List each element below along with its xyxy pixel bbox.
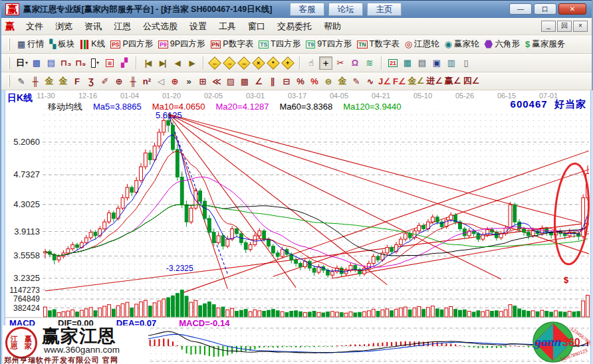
gann-wheel-button[interactable]: ◎江恩轮 — [403, 37, 441, 51]
prev-bar-button[interactable]: ◀ — [170, 56, 183, 70]
menu-window[interactable]: 窗口 — [242, 19, 271, 35]
gann-arrow-left-button[interactable]: ← — [208, 56, 221, 70]
nine-p-square-button[interactable]: P99P四方形 — [156, 37, 207, 51]
svg-text:382424: 382424 — [13, 304, 40, 313]
winner-wheel-button[interactable]: ◉赢家轮 — [443, 37, 481, 51]
gann-arrow-right-button[interactable]: → — [223, 56, 236, 70]
menu-gann[interactable]: 江恩 — [108, 19, 137, 35]
percent-tool-button[interactable]: % — [294, 74, 307, 88]
nine-line-chart-button[interactable]: ⊓₉ — [74, 56, 87, 70]
calendar-button[interactable]: 21 — [386, 56, 400, 70]
gold-circle-tool-button[interactable]: ⊜ — [322, 74, 335, 88]
menu-news[interactable]: 资讯 — [78, 19, 108, 35]
hand-tool-button[interactable]: ☝ — [304, 56, 318, 70]
three-line-chart-button[interactable]: ⊓₃ — [59, 56, 72, 70]
menu-trade[interactable]: 交易委托 — [271, 19, 318, 35]
gold-section-tool-button[interactable]: 金 — [336, 74, 349, 88]
next-bar-button[interactable]: ▶ — [185, 56, 198, 70]
homepage-button[interactable]: 主页 — [367, 3, 402, 16]
system-button[interactable]: ▯ — [459, 56, 473, 70]
menu-tools[interactable]: 工具 — [213, 19, 242, 35]
gann-plus-button[interactable]: + — [281, 56, 295, 70]
kline-button[interactable]: K线 — [78, 37, 107, 51]
menu-browse[interactable]: 浏览 — [49, 19, 78, 35]
spiral-tool-button[interactable]: Ʒ — [84, 74, 98, 88]
marker-tool-button[interactable]: ✐ — [98, 74, 112, 88]
chip-peak-button[interactable]: ≋ — [103, 56, 116, 70]
period-tab-label[interactable]: 日K线 — [7, 92, 33, 104]
t-square-button[interactable]: TST四方形 — [257, 37, 302, 51]
sectors-button[interactable]: ▚板块 — [47, 37, 76, 51]
gold-grid2-tool-button[interactable]: 金 — [57, 74, 70, 88]
customer-service-button[interactable]: 客服 — [290, 3, 324, 16]
j-line-tool-button[interactable]: J∠ — [378, 74, 392, 88]
n-square-tool-button[interactable]: n² — [140, 74, 154, 88]
forum-button[interactable]: 论坛 — [328, 3, 363, 16]
pen-tool-button[interactable]: ✎ — [15, 74, 28, 88]
info-panel-button[interactable]: ▤ — [45, 56, 58, 70]
notebook-button[interactable]: ▤ — [415, 56, 429, 70]
close-button[interactable]: ✕ — [558, 3, 586, 15]
more-tools-button[interactable]: » — [182, 74, 195, 88]
wave-tool-button[interactable]: ≋ — [363, 56, 376, 70]
ma20-value: Ma20=4.1287 — [216, 102, 269, 112]
t-square-button-icon: TS — [259, 41, 269, 48]
time-grid-tool-button[interactable]: ╫ — [126, 74, 140, 88]
svg-text:3.2325: 3.2325 — [13, 273, 40, 283]
fan-lines-tool-button[interactable]: ≪ — [210, 74, 223, 88]
target-tool-button[interactable]: ⊕ — [168, 74, 181, 88]
gann-grid-tool-button[interactable]: ▩ — [238, 74, 251, 88]
mdi-restore-button[interactable]: 回 — [557, 21, 572, 32]
minimize-button[interactable]: — — [509, 3, 532, 15]
advance-line-tool-button[interactable]: 进∠ — [425, 74, 443, 88]
last-bar-button[interactable]: ▶| — [156, 56, 169, 70]
menu-formula-stockpick[interactable]: 公式选股 — [137, 19, 183, 35]
menu-help[interactable]: 帮助 — [318, 19, 347, 35]
f-line-tool-button[interactable]: F∠ — [392, 74, 407, 88]
grid-tool-button[interactable]: ╫ — [29, 74, 42, 88]
t-number-table-button[interactable]: TNT数字表 — [355, 37, 401, 51]
first-bar-button[interactable]: |◀ — [141, 56, 154, 70]
gann-shape-tool-button[interactable]: Ω — [348, 56, 362, 70]
period-day-button[interactable]: 日▾ — [15, 56, 29, 70]
gann-circle-tool-button[interactable]: ⊕ — [112, 74, 126, 88]
parallel-line-tool-button[interactable]: ∥ — [266, 74, 279, 88]
menu-settings[interactable]: 设置 — [183, 19, 213, 35]
gann-cross-button[interactable]: × — [252, 56, 265, 70]
hexagon-button[interactable]: 六角形 — [482, 37, 522, 51]
chip-distribution-button[interactable]: ▩ — [30, 56, 43, 70]
p-square-button[interactable]: PSP四方形 — [108, 37, 155, 51]
app-logo-icon: 赢 — [5, 3, 19, 15]
menu-file[interactable]: 文件 — [20, 19, 49, 35]
winner-service-button[interactable]: $赢家服务 — [523, 37, 567, 51]
angle-line-tool-button[interactable]: ∠ — [252, 74, 265, 88]
fibonacci-tool-button[interactable]: F — [70, 74, 84, 88]
maximize-button[interactable]: 口 — [534, 3, 556, 15]
four-line-tool-button[interactable]: 四∠ — [462, 74, 480, 88]
gold-line-tool-button[interactable]: 金∠ — [408, 74, 425, 88]
p-number-table-button[interactable]: PNP数字表 — [209, 37, 256, 51]
quotes-button[interactable]: ▦行情 — [15, 37, 46, 51]
gann-star-button[interactable]: * — [267, 56, 280, 70]
matrix-button[interactable]: ▦ — [401, 56, 414, 70]
percent-line-tool-button[interactable]: % — [308, 74, 321, 88]
box-grid-tool-button[interactable]: ⊞ — [196, 74, 209, 88]
mirror-tool-button[interactable]: ◁ — [154, 74, 168, 88]
gann-arrow-both-button[interactable]: ↔ — [237, 56, 251, 70]
wave-line-tool-button[interactable]: ∿ — [364, 74, 377, 88]
gann-box-tool-button[interactable]: ▨ — [224, 74, 237, 88]
measure-tool-button[interactable]: ✂ — [334, 56, 347, 70]
mdi-minimize-button[interactable]: _ — [541, 21, 556, 32]
gold-grid-tool-button[interactable]: 金 — [43, 74, 56, 88]
brush-tool-button[interactable]: ✎ — [350, 74, 363, 88]
candle-style-button[interactable]: ▾ — [88, 56, 102, 70]
volume-profile-button[interactable]: ▞ — [118, 56, 131, 70]
nine-t-square-button[interactable]: T99T四方形 — [304, 37, 354, 51]
winner-line-tool-button[interactable]: 赢∠ — [444, 74, 462, 88]
save-button[interactable]: ▣ — [430, 56, 443, 70]
mdi-close-button[interactable]: × — [573, 21, 588, 32]
percent-box-tool-button[interactable]: ⊟ — [280, 74, 293, 88]
crosshair-button[interactable]: ＋ — [319, 56, 332, 70]
export-button[interactable]: ▥ — [445, 56, 458, 70]
chart-area[interactable]: 5.20604.73274.30253.91133.55583.23251147… — [1, 90, 593, 364]
